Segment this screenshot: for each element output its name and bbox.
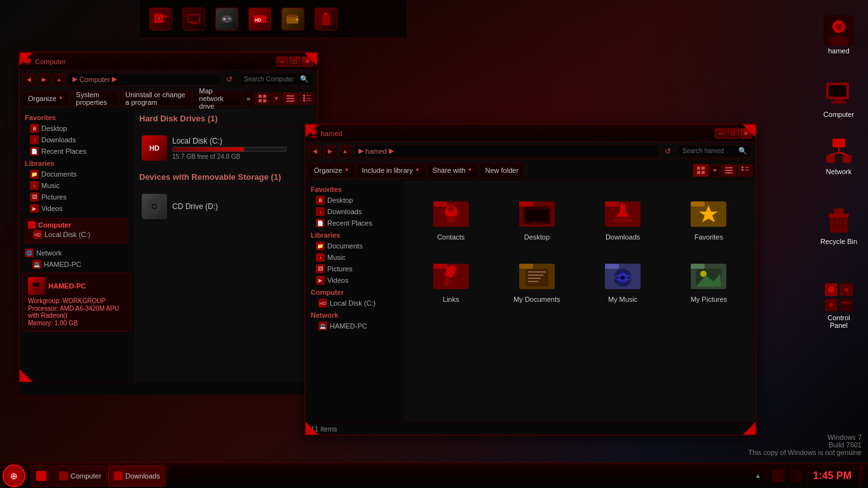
svg-rect-75 [697, 171, 700, 174]
computer-up-btn[interactable]: ▲ [53, 73, 65, 86]
hamed-forward-btn[interactable]: ▶ [323, 145, 336, 158]
sidebar-item-desktop[interactable]: 🖥 Desktop [20, 123, 133, 134]
computer-system-properties-btn[interactable]: System properties [71, 91, 119, 106]
computer-back-btn[interactable]: ◀ [22, 73, 35, 86]
drive-item-d[interactable]: CD Drive (D:) [139, 190, 312, 223]
hamed-new-folder-btn[interactable]: New folder [479, 163, 524, 178]
hamed-pictures-icon: 🖼 [316, 264, 325, 273]
file-item-links[interactable]: Links [409, 248, 492, 308]
computer-view-icon3[interactable] [299, 92, 315, 105]
desktop-icon-control-panel-label: Control Panel [818, 314, 859, 329]
hamed-toolbar: Organize ▼ Include in library ▼ Share wi… [306, 160, 756, 180]
taskbar-network[interactable] [790, 470, 803, 482]
hamed-maximize-btn[interactable]: □ [728, 128, 739, 139]
hamed-back-btn[interactable]: ◀ [308, 145, 321, 158]
taskbar-divider2 [808, 470, 808, 482]
drive-d-info: CD Drive (D:) [172, 202, 218, 211]
start-button[interactable]: ⊕ [3, 464, 25, 487]
desktop-icon-user[interactable]: hamed [816, 13, 862, 57]
sidebar-item-network[interactable]: 🌐 Network [20, 247, 133, 259]
sidebar-item-pictures[interactable]: 🖼 Pictures [20, 191, 133, 203]
taskbar-clock[interactable]: 1:45 PM [813, 470, 851, 482]
svg-rect-47 [841, 301, 851, 304]
hamed-view-dropdown[interactable]: ▼ [710, 164, 720, 177]
computer-maximize-btn[interactable]: □ [289, 57, 301, 67]
hamed-sidebar-desktop[interactable]: 🖥 Desktop [306, 194, 403, 206]
hamed-sidebar-recent[interactable]: 📄 Recent Places [306, 217, 403, 229]
hamed-sidebar-hamedpc[interactable]: 💻 HAMED-PC [306, 320, 403, 332]
computer-map-network-btn[interactable]: Map network drive [193, 91, 242, 106]
file-item-mypictures[interactable]: My Pictures [667, 248, 750, 308]
computer-organize-btn[interactable]: Organize ▼ [22, 91, 69, 106]
hamed-view-icon2[interactable] [721, 164, 736, 177]
computer-address-bar: ◀ ▶ ▲ ▶ Computer ▶ ↺ Search Computer 🔍 [20, 71, 317, 88]
desktop-icon-computer[interactable]: Computer [816, 76, 862, 121]
computer-more-btn[interactable]: » [243, 91, 254, 106]
dock-tv[interactable] [178, 3, 210, 35]
svg-point-11 [229, 18, 231, 20]
dock-gamepad[interactable] [211, 3, 243, 35]
hamed-sidebar-videos[interactable]: ▶ Videos [306, 274, 403, 286]
desktop-icon-recycle[interactable]: Recycle Bin [816, 203, 862, 248]
desktop-folder-label: Desktop [524, 233, 550, 241]
computer-address-path[interactable]: ▶ Computer ▶ [68, 73, 220, 86]
desktop-icon-network[interactable]: Network [816, 133, 862, 178]
dock-wallet[interactable] [277, 3, 309, 35]
desktop-icon-control-panel[interactable]: Control Panel [816, 280, 862, 332]
sidebar-item-hamedpc[interactable]: 💻 HAMED-PC [20, 259, 133, 270]
taskbar-notification-area[interactable]: ▲ [755, 472, 761, 479]
sidebar-item-recent[interactable]: 📄 Recent Places [20, 146, 133, 157]
taskbar-downloads-item[interactable]: Downloads [108, 465, 165, 487]
sidebar-item-documents[interactable]: 📁 Documents [20, 168, 133, 180]
hamed-organize-btn[interactable]: Organize ▼ [308, 163, 355, 178]
hamed-up-btn[interactable]: ▲ [339, 145, 351, 158]
taskbar-volume[interactable] [772, 470, 785, 482]
hamed-address-path[interactable]: ▶ hamed ▶ [354, 145, 659, 158]
svg-point-89 [446, 216, 456, 222]
file-item-desktop[interactable]: Desktop [495, 186, 578, 245]
drive-item-c[interactable]: HD Local Disk (C:) 15.7 GB free of 24.8 … [139, 132, 312, 165]
hamed-share-with-btn[interactable]: Share with ▼ [427, 163, 478, 178]
computer-refresh-btn[interactable]: ↺ [223, 73, 236, 86]
desktop-icon-recycle-label: Recycle Bin [820, 238, 857, 245]
dock-media-player[interactable] [145, 3, 177, 35]
file-item-favorites[interactable]: Favorites [667, 186, 750, 245]
network-icon-small: 🌐 [25, 248, 34, 257]
hamed-sidebar-local-disk[interactable]: HD Local Disk (C:) [306, 297, 403, 309]
hamed-search-box[interactable]: Search hamed 🔍 [677, 145, 753, 158]
file-item-mydocuments[interactable]: My Documents [495, 248, 578, 308]
hamed-view-icon1[interactable] [693, 164, 709, 177]
svg-rect-26 [834, 99, 844, 102]
sidebar-item-videos[interactable]: ▶ Videos [20, 203, 133, 214]
sidebar-item-downloads[interactable]: ↓ Downloads [20, 134, 133, 146]
computer-forward-btn[interactable]: ▶ [37, 73, 50, 86]
sidebar-item-music[interactable]: ♪ Music [20, 180, 133, 191]
downloads-folder-icon [602, 190, 643, 231]
hamed-sidebar-documents[interactable]: 📁 Documents [306, 240, 403, 252]
computer-view-icon1[interactable] [255, 92, 270, 105]
taskbar-computer-item[interactable]: Computer [53, 465, 107, 487]
hamed-sidebar-downloads[interactable]: ↓ Downloads [306, 206, 403, 217]
file-item-contacts[interactable]: Contacts [409, 186, 492, 245]
computer-uninstall-btn[interactable]: Uninstall or change a program [119, 91, 192, 106]
hamed-refresh-btn[interactable]: ↺ [661, 145, 674, 158]
computer-search-box[interactable]: Search Computer 🔍 [238, 73, 315, 86]
dock-bottle[interactable] [310, 3, 342, 35]
svg-rect-111 [528, 278, 541, 279]
computer-view-dropdown[interactable]: ▼ [271, 92, 281, 105]
hamed-include-library-btn[interactable]: Include in library ▼ [356, 163, 426, 178]
file-item-mymusic[interactable]: My Music [581, 248, 665, 308]
dock-harddrive[interactable]: HD [244, 3, 276, 35]
hamed-sidebar-music[interactable]: ♪ Music [306, 252, 403, 263]
file-item-downloads[interactable]: Downloads [581, 186, 665, 245]
hamed-view-icon3[interactable] [738, 164, 753, 177]
taskbar-folder-icon[interactable] [31, 465, 52, 487]
sidebar-item-localc[interactable]: HD Local Disk (C:) [28, 229, 125, 240]
hamed-sidebar-pictures[interactable]: 🖼 Pictures [306, 263, 403, 274]
hamed-file-grid: Contacts Desktop [407, 183, 753, 310]
hamed-minimize-btn[interactable]: ─ [715, 128, 726, 139]
computer-view-icon2[interactable] [283, 92, 298, 105]
computer-minimize-btn[interactable]: ─ [276, 57, 288, 67]
hdd-section-title: Hard Disk Drives (1) [139, 114, 312, 126]
taskbar-show-desktop[interactable] [859, 465, 863, 487]
